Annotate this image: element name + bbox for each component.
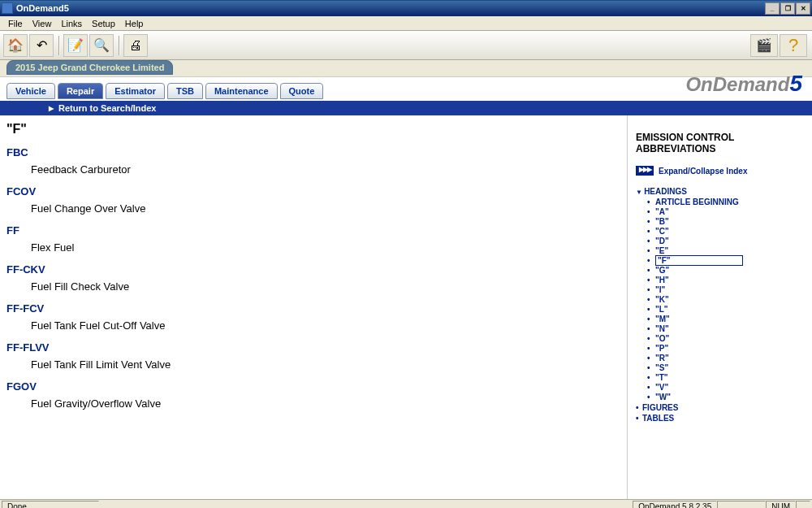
- index-letter[interactable]: "K": [655, 295, 807, 304]
- tab-quote[interactable]: Quote: [280, 83, 324, 99]
- index-letter[interactable]: "T": [655, 373, 807, 382]
- window-titlebar: OnDemand5 _ ❐ ✕: [0, 0, 812, 16]
- find-button[interactable]: 🔍: [89, 34, 114, 57]
- index-headings[interactable]: HEADINGS: [636, 187, 807, 196]
- abbr-term: FCOV: [6, 185, 620, 198]
- abbr-term: FBC: [6, 146, 620, 158]
- toolbar: 🏠 ↶ 📝 🔍 🖨 🎬 ?: [0, 31, 812, 60]
- minimize-button[interactable]: _: [765, 2, 780, 15]
- window-title: OnDemand5: [16, 3, 764, 13]
- help-button[interactable]: ?: [780, 34, 807, 57]
- index-letter[interactable]: "E": [655, 246, 807, 255]
- abbr-term: FGOV: [6, 380, 620, 393]
- index-title: EMISSION CONTROL ABBREVIATIONS: [636, 132, 807, 154]
- status-blank2: [796, 501, 810, 509]
- index-letter[interactable]: "F": [655, 256, 807, 265]
- abbr-definition: Fuel Tank Fuel Cut-Off Valve: [31, 319, 620, 332]
- index-letter[interactable]: "C": [655, 227, 807, 236]
- menu-file[interactable]: File: [3, 17, 28, 30]
- status-blank: [717, 501, 766, 509]
- abbr-definition: Fuel Gravity/Overflow Valve: [31, 397, 620, 410]
- menu-bar: File View Links Setup Help: [0, 16, 812, 31]
- expand-collapse-index[interactable]: ▶▶▶ Expand/Collapse Index: [636, 166, 807, 176]
- abbr-definition: Fuel Fill Check Valve: [31, 280, 620, 293]
- abbr-definition: Fuel Change Over Valve: [31, 202, 620, 215]
- expand-icon: ▶▶▶: [636, 166, 654, 176]
- content-area: "F" FBCFeedback CarburetorFCOVFuel Chang…: [0, 115, 812, 499]
- back-button[interactable]: ↶: [29, 34, 54, 57]
- index-letter[interactable]: "W": [655, 393, 807, 402]
- abbr-term: FF: [6, 224, 620, 237]
- tab-tsb[interactable]: TSB: [167, 83, 203, 99]
- index-letter[interactable]: "V": [655, 383, 807, 392]
- nav-tabs: Vehicle Repair Estimator TSB Maintenance…: [0, 76, 812, 101]
- app-icon: [2, 2, 13, 14]
- index-letter[interactable]: "R": [655, 354, 807, 363]
- article-pane[interactable]: "F" FBCFeedback CarburetorFCOVFuel Chang…: [0, 115, 627, 499]
- return-to-search-label: Return to Search/Index: [58, 103, 156, 113]
- index-letter[interactable]: "N": [655, 324, 807, 333]
- brand-logo: OnDemand5: [685, 71, 802, 97]
- index-letter[interactable]: "L": [655, 305, 807, 314]
- index-letter[interactable]: "I": [655, 285, 807, 294]
- status-bar: Done OnDemand 5.8.2.35 NUM: [0, 499, 812, 508]
- toolbar-separator: [58, 36, 60, 55]
- abbr-term: FF-CKV: [6, 263, 620, 276]
- abbr-definition: Feedback Carburetor: [31, 163, 620, 176]
- index-letter[interactable]: "P": [655, 344, 807, 353]
- home-button[interactable]: 🏠: [3, 34, 28, 57]
- index-letter[interactable]: "B": [655, 217, 807, 226]
- return-to-search-bar[interactable]: Return to Search/Index: [0, 101, 812, 115]
- index-tables[interactable]: TABLES: [642, 414, 807, 423]
- index-letter[interactable]: "M": [655, 315, 807, 323]
- expand-label: Expand/Collapse Index: [659, 167, 747, 176]
- index-pane[interactable]: EMISSION CONTROL ABBREVIATIONS ▶▶▶ Expan…: [627, 115, 812, 499]
- abbr-definition: Fuel Tank Fill Limit Vent Valve: [31, 358, 620, 371]
- index-article-beginning[interactable]: ARTICLE BEGINNING: [655, 198, 807, 206]
- abbr-term: FF-FCV: [6, 302, 620, 315]
- video-button[interactable]: 🎬: [750, 34, 778, 57]
- abbr-definition: Flex Fuel: [31, 241, 620, 254]
- vehicle-tab[interactable]: 2015 Jeep Grand Cherokee Limited: [6, 60, 173, 75]
- status-done: Done: [2, 501, 99, 509]
- index-letter[interactable]: "S": [655, 363, 807, 372]
- close-button[interactable]: ✕: [796, 2, 810, 15]
- article-heading: "F": [6, 122, 620, 137]
- tab-estimator[interactable]: Estimator: [106, 83, 165, 99]
- print-button[interactable]: 🖨: [123, 34, 148, 57]
- index-letter[interactable]: "D": [655, 237, 807, 245]
- tab-maintenance[interactable]: Maintenance: [205, 83, 278, 99]
- index-letter[interactable]: "O": [655, 334, 807, 343]
- notes-button[interactable]: 📝: [63, 34, 88, 57]
- tab-repair[interactable]: Repair: [58, 83, 103, 99]
- restore-button[interactable]: ❐: [780, 2, 795, 15]
- menu-setup[interactable]: Setup: [87, 17, 120, 30]
- menu-links[interactable]: Links: [56, 17, 87, 30]
- menu-help[interactable]: Help: [120, 17, 149, 30]
- index-figures[interactable]: FIGURES: [642, 403, 807, 412]
- status-product: OnDemand 5.8.2.35: [633, 501, 717, 509]
- index-letter[interactable]: "A": [655, 207, 807, 216]
- index-letter[interactable]: "H": [655, 276, 807, 284]
- toolbar-separator: [119, 36, 120, 55]
- tab-vehicle[interactable]: Vehicle: [6, 83, 55, 99]
- abbr-term: FF-FLVV: [6, 341, 620, 354]
- status-num: NUM: [766, 501, 796, 509]
- index-letter[interactable]: "G": [655, 266, 807, 275]
- menu-view[interactable]: View: [28, 17, 57, 30]
